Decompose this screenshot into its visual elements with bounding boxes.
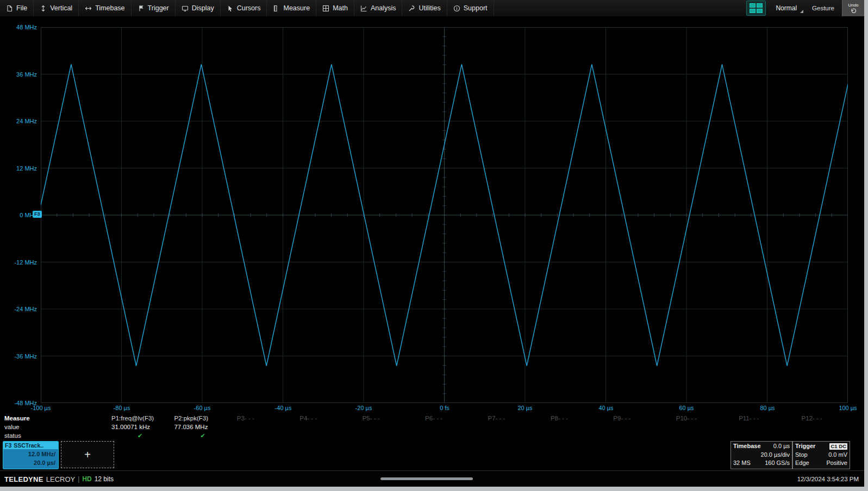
y-axis-label: -24 MHz: [0, 305, 37, 313]
menu-support[interactable]: Support: [447, 0, 494, 16]
horizontal-arrows-icon: [85, 5, 92, 12]
measure-row-label: Measure: [0, 414, 111, 423]
measure-p12-header[interactable]: P12- - -: [802, 414, 864, 423]
measure-p2-header[interactable]: P2:pkpk(F3): [174, 414, 236, 423]
display-mode-dropdown[interactable]: Normal: [771, 2, 804, 14]
waveform-grid[interactable]: [41, 27, 848, 403]
menu-vertical[interactable]: Vertical: [34, 0, 79, 16]
grid-layout-button[interactable]: [746, 1, 766, 16]
waveform-display[interactable]: [41, 27, 848, 403]
menu-display[interactable]: Display: [176, 0, 221, 16]
menu-utilities-label: Utilities: [419, 4, 440, 12]
undo-button[interactable]: Undo: [842, 0, 864, 16]
menu-measure[interactable]: Measure: [267, 0, 316, 16]
menu-trigger[interactable]: Trigger: [132, 0, 176, 16]
grid-square-icon: [757, 9, 763, 13]
gesture-toggle[interactable]: Gesture: [810, 5, 836, 11]
grid-square-icon: [750, 9, 755, 13]
measure-p10-header[interactable]: P10- - -: [676, 414, 739, 423]
measure-p1-header[interactable]: P1:freq@lv(F3): [111, 414, 174, 423]
x-axis-label: -60 µs: [194, 405, 211, 411]
menu-trigger-label: Trigger: [148, 4, 169, 12]
measure-p1-status-check-icon: ✔: [111, 431, 174, 440]
brand-separator: |: [78, 475, 79, 483]
value-row-label: value: [0, 423, 111, 431]
menu-timebase-label: Timebase: [95, 4, 124, 12]
x-axis-label: 0 fs: [440, 405, 449, 411]
measure-p7-status: [488, 431, 550, 440]
display-monitor-icon: [182, 5, 189, 12]
menu-measure-label: Measure: [283, 4, 310, 12]
menu-math[interactable]: Math: [316, 0, 354, 16]
horizontal-scrollbar[interactable]: [380, 477, 473, 480]
trigger-level: 0.0 mV: [828, 451, 847, 459]
menu-cursors[interactable]: Cursors: [221, 0, 267, 16]
measure-p9-status: [613, 431, 676, 440]
measure-p3-status: [237, 431, 299, 440]
dropdown-corner-icon: [800, 10, 803, 13]
descriptor-row: F3 SSCTrack.. 12.0 MHz/ 20.0 µs/ + Timeb…: [0, 441, 864, 469]
timebase-title: Timebase: [733, 442, 761, 451]
f3-zero-level-marker[interactable]: F3: [33, 211, 42, 218]
vertical-arrows-icon: [40, 5, 47, 12]
measure-p1-value: 31.00071 kHz: [111, 423, 174, 431]
x-axis-label: -20 µs: [355, 405, 372, 411]
menu-analysis[interactable]: Analysis: [354, 0, 403, 16]
trigger-slope: Positive: [826, 459, 847, 468]
y-axis-label: -12 MHz: [0, 259, 37, 266]
y-axis-label: 0 MHz: [0, 211, 37, 219]
f3-marker-label: F3: [34, 211, 40, 217]
measure-p5-status: [363, 431, 425, 440]
timebase-scale: 20.0 µs/div: [761, 451, 790, 459]
measure-p12-value: [802, 423, 864, 431]
trigger-descriptor[interactable]: TriggerC1 DC Stop0.0 mV EdgePositive: [792, 441, 850, 469]
measure-p6-header[interactable]: P6- - -: [425, 414, 488, 423]
timebase-delay: 0.0 µs: [773, 442, 790, 451]
menu-vertical-label: Vertical: [50, 4, 72, 12]
menu-file[interactable]: File: [0, 0, 34, 16]
f3-horizontal-scale: 20.0 µs/: [3, 458, 55, 467]
bits-label: 12 bits: [95, 475, 114, 483]
x-axis-label: 60 µs: [679, 405, 694, 411]
timebase-descriptor[interactable]: Timebase0.0 µs 20.0 µs/div 32 MS160 GS/s: [730, 441, 792, 469]
trigger-kind: Edge: [795, 459, 809, 468]
measure-p5-header[interactable]: P5- - -: [363, 414, 425, 423]
f3-descriptor-header: F3 SSCTrack..: [3, 442, 58, 449]
measure-p8-header[interactable]: P8- - -: [551, 414, 613, 423]
f3-descriptor-body: 12.0 MHz/ 20.0 µs/: [3, 449, 58, 467]
f3-trace-descriptor[interactable]: F3 SSCTrack.. 12.0 MHz/ 20.0 µs/: [3, 441, 59, 469]
gesture-label: Gesture: [812, 5, 834, 11]
menu-file-label: File: [16, 4, 27, 12]
measure-p7-value: [488, 423, 550, 431]
measure-value-row: value 31.00071 kHz 77.036 MHz: [0, 423, 864, 431]
status-bar: TELEDYNE LECROY | HD 12 bits 12/3/2024 3…: [0, 470, 864, 487]
status-row-label: status: [0, 431, 111, 440]
measure-p3-header[interactable]: P3- - -: [237, 414, 299, 423]
measure-p7-header[interactable]: P7- - -: [488, 414, 550, 423]
x-axis-label: -80 µs: [114, 405, 130, 411]
measure-p11-header[interactable]: P11- - -: [739, 414, 801, 423]
x-axis-label: 100 µs: [839, 405, 857, 411]
x-axis-label: -40 µs: [275, 405, 292, 411]
measure-p10-status: [676, 431, 739, 440]
plus-icon: +: [84, 449, 91, 461]
measure-p4-header[interactable]: P4- - -: [299, 414, 362, 423]
menu-support-label: Support: [464, 4, 488, 12]
y-axis-label: 12 MHz: [0, 165, 37, 172]
y-axis-label: 24 MHz: [0, 117, 37, 125]
menu-timebase[interactable]: Timebase: [79, 0, 131, 16]
measure-p2-status-check-icon: ✔: [174, 431, 236, 440]
menu-display-label: Display: [192, 4, 214, 12]
timebase-samples: 32 MS: [733, 459, 751, 468]
undo-label: Undo: [848, 3, 858, 8]
menu-utilities[interactable]: Utilities: [402, 0, 447, 16]
file-icon: [6, 5, 13, 12]
y-axis-label: 48 MHz: [0, 23, 37, 31]
y-axis-label: 36 MHz: [0, 71, 37, 78]
trigger-source-badge: C1 DC: [829, 443, 847, 450]
add-trace-button[interactable]: +: [61, 441, 114, 468]
measure-p4-status: [299, 431, 362, 440]
measure-p9-header[interactable]: P9- - -: [613, 414, 676, 423]
x-axis-label: -100 µs: [31, 405, 51, 411]
brand-logo: TELEDYNE LECROY | HD 12 bits: [0, 475, 114, 483]
